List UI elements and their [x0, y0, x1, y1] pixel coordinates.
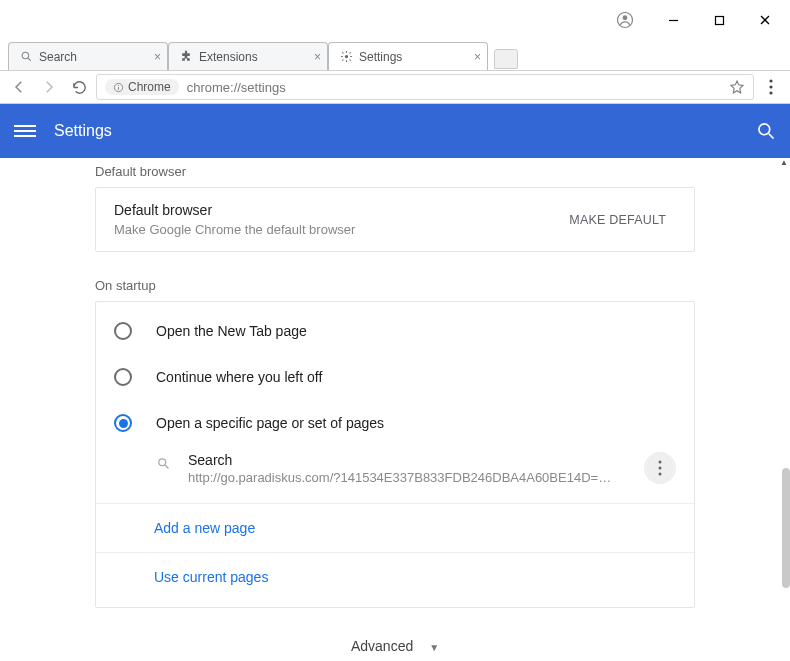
reload-button[interactable]	[66, 74, 92, 100]
svg-point-21	[659, 473, 662, 476]
svg-point-17	[158, 458, 165, 465]
svg-point-11	[118, 84, 119, 85]
svg-point-19	[659, 461, 662, 464]
svg-point-20	[659, 467, 662, 470]
close-icon[interactable]: ×	[154, 50, 161, 64]
chevron-down-icon: ▼	[429, 642, 439, 653]
settings-content: ▲ Default browser Default browser Make G…	[0, 158, 790, 661]
default-browser-subtitle: Make Google Chrome the default browser	[114, 222, 559, 237]
back-button[interactable]	[6, 74, 32, 100]
maximize-button[interactable]	[696, 5, 742, 35]
svg-point-15	[759, 124, 770, 135]
omnibox-url: chrome://settings	[187, 80, 286, 95]
svg-point-6	[22, 52, 29, 59]
info-icon	[113, 82, 124, 93]
tab-label: Extensions	[199, 50, 258, 64]
startup-page-entry: Search http://go.paradiskus.com/?141534E…	[96, 446, 694, 491]
tab-extensions[interactable]: Extensions ×	[168, 42, 328, 70]
svg-line-16	[769, 134, 774, 139]
puzzle-icon	[179, 50, 193, 64]
gear-icon	[339, 50, 353, 64]
tab-search[interactable]: Search ×	[8, 42, 168, 70]
radio-label: Continue where you left off	[156, 369, 322, 385]
bookmark-star-icon[interactable]	[729, 79, 745, 95]
scroll-up-icon[interactable]: ▲	[780, 158, 788, 167]
tab-label: Search	[39, 50, 77, 64]
page-more-button[interactable]	[644, 452, 676, 484]
window-titlebar	[0, 0, 790, 40]
omnibox[interactable]: Chrome chrome://settings	[96, 74, 754, 100]
make-default-button[interactable]: MAKE DEFAULT	[559, 205, 676, 235]
close-button[interactable]	[742, 5, 788, 35]
startup-option-specific[interactable]: Open a specific page or set of pages	[96, 400, 694, 446]
use-current-pages-link[interactable]: Use current pages	[96, 552, 694, 601]
svg-point-1	[623, 15, 628, 20]
page-title: Settings	[54, 122, 112, 140]
radio-label: Open a specific page or set of pages	[156, 415, 384, 431]
section-label-on-startup: On startup	[95, 274, 695, 301]
settings-header: Settings	[0, 104, 790, 158]
svg-line-18	[165, 465, 168, 468]
advanced-label: Advanced	[351, 638, 413, 654]
new-tab-button[interactable]	[494, 49, 518, 69]
scheme-chip: Chrome	[105, 79, 179, 95]
search-icon	[154, 454, 172, 472]
svg-line-7	[28, 58, 31, 61]
advanced-toggle[interactable]: Advanced ▼	[95, 608, 695, 661]
search-icon	[19, 50, 33, 64]
forward-button[interactable]	[36, 74, 62, 100]
svg-point-8	[344, 55, 347, 58]
startup-page-url: http://go.paradiskus.com/?141534E337B833…	[188, 470, 618, 485]
add-new-page-link[interactable]: Add a new page	[96, 503, 694, 552]
default-browser-title: Default browser	[114, 202, 559, 218]
nav-toolbar: Chrome chrome://settings	[0, 70, 790, 104]
radio-icon	[114, 322, 132, 340]
hamburger-icon[interactable]	[14, 120, 36, 142]
startup-option-continue[interactable]: Continue where you left off	[96, 354, 694, 400]
svg-rect-3	[715, 16, 723, 24]
radio-label: Open the New Tab page	[156, 323, 307, 339]
close-icon[interactable]: ×	[314, 50, 321, 64]
tab-settings[interactable]: Settings ×	[328, 42, 488, 70]
profile-icon[interactable]	[602, 5, 648, 35]
default-browser-card: Default browser Make Google Chrome the d…	[95, 187, 695, 252]
radio-selected-icon	[114, 414, 132, 432]
minimize-button[interactable]	[650, 5, 696, 35]
section-label-default-browser: Default browser	[95, 160, 695, 187]
startup-option-newtab[interactable]: Open the New Tab page	[96, 308, 694, 354]
svg-point-14	[769, 91, 772, 94]
radio-icon	[114, 368, 132, 386]
svg-point-13	[769, 85, 772, 88]
scrollbar-thumb[interactable]	[782, 468, 790, 588]
svg-point-12	[769, 79, 772, 82]
on-startup-card: Open the New Tab page Continue where you…	[95, 301, 695, 608]
search-icon[interactable]	[756, 121, 776, 141]
kebab-menu-icon[interactable]	[758, 74, 784, 100]
tab-strip: Search × Extensions × Settings ×	[0, 40, 790, 70]
startup-page-title: Search	[188, 452, 644, 468]
scheme-label: Chrome	[128, 80, 171, 94]
close-icon[interactable]: ×	[474, 50, 481, 64]
tab-label: Settings	[359, 50, 402, 64]
